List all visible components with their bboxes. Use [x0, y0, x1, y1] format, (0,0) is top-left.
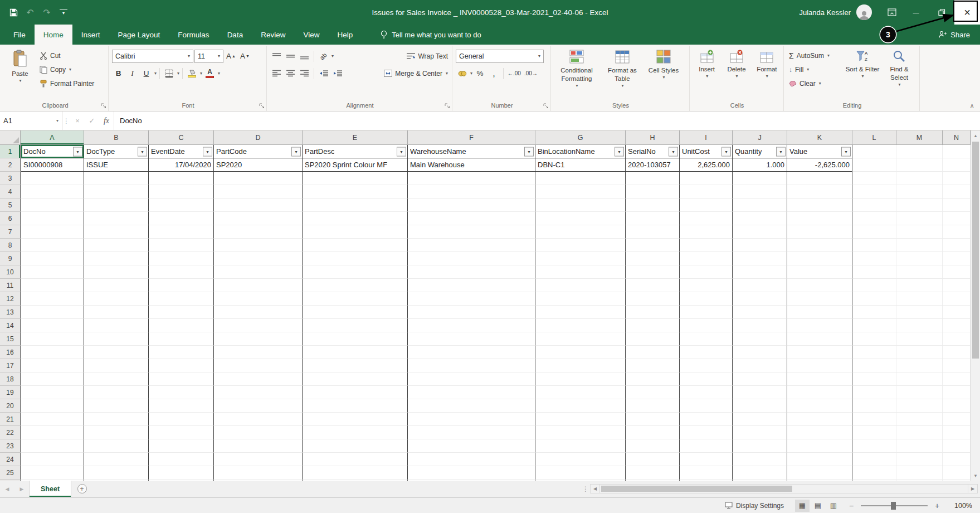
cell-G19[interactable]	[535, 386, 626, 399]
format-painter-button[interactable]: Format Painter	[38, 77, 96, 90]
avatar[interactable]	[856, 4, 872, 20]
increase-indent-button[interactable]	[331, 67, 344, 80]
cell-E21[interactable]	[303, 413, 408, 426]
cell-G23[interactable]	[535, 439, 626, 453]
cell-I5[interactable]	[680, 199, 733, 212]
cell-D23[interactable]	[214, 439, 303, 453]
cell-A17[interactable]	[21, 359, 84, 372]
cell-M4[interactable]	[896, 185, 943, 199]
cell-I14[interactable]	[680, 319, 733, 332]
cell-L10[interactable]	[852, 265, 896, 279]
row-header-1[interactable]: 1	[0, 145, 21, 158]
row-header-6[interactable]: 6	[0, 212, 21, 225]
cell-K11[interactable]	[787, 279, 852, 292]
cell-D15[interactable]	[214, 332, 303, 346]
cell-N14[interactable]	[943, 319, 971, 332]
cell-F18[interactable]	[408, 372, 535, 386]
cell-G6[interactable]	[535, 212, 626, 225]
filter-button-B[interactable]: ▾	[138, 147, 147, 156]
cell-H22[interactable]	[626, 426, 680, 439]
column-header-N[interactable]: N	[943, 130, 971, 145]
cell-A12[interactable]	[21, 292, 84, 306]
row-header-20[interactable]: 20	[0, 399, 21, 413]
cell-B8[interactable]	[84, 239, 149, 252]
cell-I4[interactable]	[680, 185, 733, 199]
cell-B23[interactable]	[84, 439, 149, 453]
row-header-8[interactable]: 8	[0, 239, 21, 252]
number-dialog-launcher[interactable]	[543, 103, 549, 109]
cell-E18[interactable]	[303, 372, 408, 386]
filter-button-J[interactable]: ▾	[776, 147, 786, 156]
align-right-button[interactable]	[298, 67, 311, 80]
cell-A4[interactable]	[21, 185, 84, 199]
filter-button-F[interactable]: ▾	[524, 147, 534, 156]
share-button[interactable]: Share	[939, 25, 970, 45]
row-header-11[interactable]: 11	[0, 279, 21, 292]
cell-F1[interactable]: WarehouseName▾	[408, 145, 535, 158]
cell-L2[interactable]	[852, 158, 896, 172]
cell-J8[interactable]	[733, 239, 787, 252]
cell-L14[interactable]	[852, 319, 896, 332]
cell-L7[interactable]	[852, 225, 896, 239]
cell-N2[interactable]	[943, 158, 971, 172]
cell-H9[interactable]	[626, 252, 680, 265]
cell-E1[interactable]: PartDesc▾	[303, 145, 408, 158]
number-format-select[interactable]: General ▾	[456, 50, 544, 63]
cell-A14[interactable]	[21, 319, 84, 332]
cell-D24[interactable]	[214, 453, 303, 466]
scroll-right-button[interactable]: ▶	[968, 484, 978, 493]
ribbon-tab-help[interactable]: Help	[328, 25, 362, 45]
zoom-slider[interactable]	[861, 501, 928, 510]
column-header-E[interactable]: E	[303, 130, 408, 145]
cell-N19[interactable]	[943, 386, 971, 399]
font-family-select[interactable]: Calibri ▾	[112, 50, 193, 63]
cell-K18[interactable]	[787, 372, 852, 386]
cell-J15[interactable]	[733, 332, 787, 346]
cell-M1[interactable]	[896, 145, 943, 158]
cell-F8[interactable]	[408, 239, 535, 252]
cell-I23[interactable]	[680, 439, 733, 453]
cell-F22[interactable]	[408, 426, 535, 439]
cell-K16[interactable]	[787, 346, 852, 359]
cell-L24[interactable]	[852, 453, 896, 466]
cell-B20[interactable]	[84, 399, 149, 413]
cell-L5[interactable]	[852, 199, 896, 212]
cell-I1[interactable]: UnitCost▾	[680, 145, 733, 158]
cell-M3[interactable]	[896, 172, 943, 185]
cell-I22[interactable]	[680, 426, 733, 439]
cell-K13[interactable]	[787, 306, 852, 319]
cell-J23[interactable]	[733, 439, 787, 453]
insert-function-button[interactable]: fx	[99, 112, 114, 130]
font-size-select[interactable]: 11 ▾	[194, 50, 223, 63]
cell-I2[interactable]: 2,625.000	[680, 158, 733, 172]
cell-G18[interactable]	[535, 372, 626, 386]
cell-L25[interactable]	[852, 466, 896, 480]
orientation-button[interactable]: ab	[317, 50, 330, 62]
cell-N11[interactable]	[943, 279, 971, 292]
cell-D14[interactable]	[214, 319, 303, 332]
cell-J22[interactable]	[733, 426, 787, 439]
cell-K15[interactable]	[787, 332, 852, 346]
underline-button[interactable]: U	[140, 67, 153, 80]
cell-L6[interactable]	[852, 212, 896, 225]
cell-H26[interactable]	[626, 480, 680, 481]
paste-button[interactable]: Paste ▾	[4, 47, 36, 100]
cell-B14[interactable]	[84, 319, 149, 332]
cell-E14[interactable]	[303, 319, 408, 332]
cell-J4[interactable]	[733, 185, 787, 199]
filter-button-G[interactable]: ▾	[615, 147, 624, 156]
cell-B4[interactable]	[84, 185, 149, 199]
cell-G12[interactable]	[535, 292, 626, 306]
cell-J21[interactable]	[733, 413, 787, 426]
cell-B11[interactable]	[84, 279, 149, 292]
filter-button-H[interactable]: ▾	[669, 147, 678, 156]
cell-F12[interactable]	[408, 292, 535, 306]
cell-F15[interactable]	[408, 332, 535, 346]
row-header-4[interactable]: 4	[0, 185, 21, 199]
delete-cells-button[interactable]: Delete ▾	[723, 47, 750, 100]
cell-A6[interactable]	[21, 212, 84, 225]
cell-A20[interactable]	[21, 399, 84, 413]
cell-J17[interactable]	[733, 359, 787, 372]
cell-I7[interactable]	[680, 225, 733, 239]
align-center-button[interactable]	[284, 67, 297, 80]
